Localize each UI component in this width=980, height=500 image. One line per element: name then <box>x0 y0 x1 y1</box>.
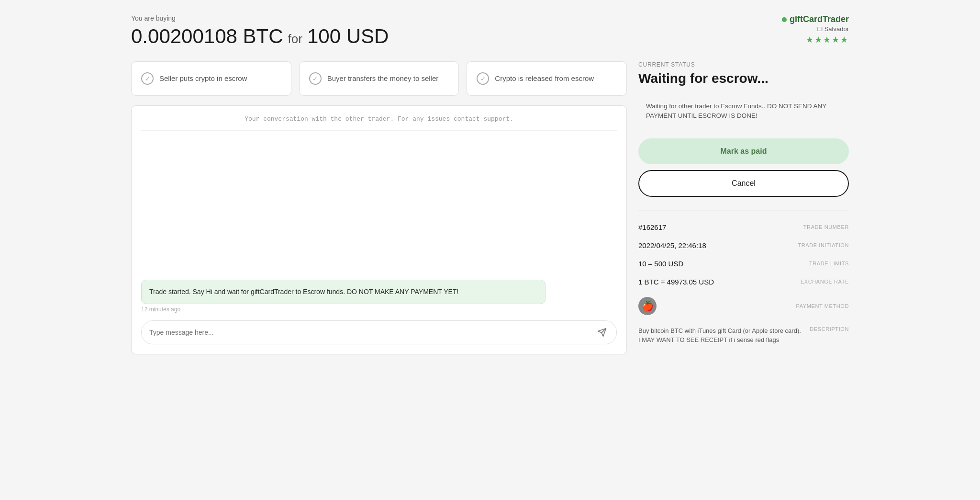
payment-method-label: PAYMENT METHOD <box>796 303 849 309</box>
left-column: ✓ Seller puts crypto in escrow ✓ Buyer t… <box>131 61 627 354</box>
trade-number-row: #162617 TRADE NUMBER <box>638 218 849 237</box>
step-card-3: ✓ Crypto is released from escrow <box>467 61 627 96</box>
for-word: for <box>288 32 302 46</box>
brand-name: giftCardTrader <box>782 14 849 24</box>
chat-container: Your conversation with the other trader.… <box>131 105 627 354</box>
crypto-amount: 0.00200108 BTC <box>131 25 283 48</box>
step-label-3: Crypto is released from escrow <box>495 74 594 83</box>
description-label: DESCRIPTION <box>810 326 849 332</box>
trade-initiation-value: 2022/04/25, 22:46:18 <box>638 241 706 250</box>
trade-limits-label: TRADE LIMITS <box>809 261 849 266</box>
exchange-rate-row: 1 BTC = 49973.05 USD EXCHANGE RATE <box>638 273 849 291</box>
trade-number-value: #162617 <box>638 223 666 231</box>
trade-limits-value: 10 – 500 USD <box>638 260 683 268</box>
trade-amount: 0.00200108 BTC for 100 USD <box>131 25 389 48</box>
send-button[interactable] <box>595 326 609 339</box>
trade-info: #162617 TRADE NUMBER 2022/04/25, 22:46:1… <box>638 210 849 345</box>
chat-header-text: Your conversation with the other trader.… <box>141 115 617 131</box>
waiting-status-title: Waiting for escrow... <box>638 71 849 86</box>
header: You are buying 0.00200108 BTC for 100 US… <box>131 14 849 48</box>
header-right: giftCardTrader El Salvador ★★★★★ <box>782 14 849 45</box>
trade-initiation-label: TRADE INITIATION <box>798 242 849 248</box>
step-label-2: Buyer transfers the money to seller <box>327 74 439 83</box>
step-check-1: ✓ <box>141 72 154 85</box>
exchange-rate-value: 1 BTC = 49973.05 USD <box>638 278 714 286</box>
step-check-2: ✓ <box>309 72 322 85</box>
location: El Salvador <box>782 25 849 33</box>
chat-messages: Trade started. Say Hi and wait for giftC… <box>141 138 617 313</box>
stars: ★★★★★ <box>782 34 849 45</box>
trade-initiation-row: 2022/04/25, 22:46:18 TRADE INITIATION <box>638 237 849 255</box>
page-wrapper: You are buying 0.00200108 BTC for 100 US… <box>131 14 849 354</box>
steps-row: ✓ Seller puts crypto in escrow ✓ Buyer t… <box>131 61 627 96</box>
description-block: Buy bitcoin BTC with iTunes gift Card (o… <box>638 321 849 345</box>
cancel-button[interactable]: Cancel <box>638 170 849 197</box>
payment-method-row: 🍎 PAYMENT METHOD <box>638 291 849 321</box>
step-check-3: ✓ <box>477 72 489 85</box>
you-are-buying-label: You are buying <box>131 14 389 22</box>
apple-symbol: 🍎 <box>642 300 654 312</box>
fiat-amount: 100 USD <box>307 25 389 48</box>
mark-paid-button[interactable]: Mark as paid <box>638 138 849 164</box>
chat-input[interactable] <box>149 329 595 336</box>
step-label-1: Seller puts crypto in escrow <box>159 74 247 83</box>
exchange-rate-label: EXCHANGE RATE <box>801 279 849 284</box>
chat-bubble: Trade started. Say Hi and wait for giftC… <box>141 280 546 304</box>
step-card-1: ✓ Seller puts crypto in escrow <box>131 61 291 96</box>
chat-input-row[interactable] <box>141 320 617 344</box>
escrow-warning: Waiting for other trader to Escrow Funds… <box>638 94 849 129</box>
chat-bubble-wrapper: Trade started. Say Hi and wait for giftC… <box>141 280 617 313</box>
chat-time: 12 minutes ago <box>141 306 617 313</box>
apple-icon: 🍎 <box>638 297 657 315</box>
description-text: Buy bitcoin BTC with iTunes gift Card (o… <box>638 326 804 345</box>
main-layout: ✓ Seller puts crypto in escrow ✓ Buyer t… <box>131 61 849 354</box>
current-status-label: CURRENT STATUS <box>638 61 849 68</box>
trade-limits-row: 10 – 500 USD TRADE LIMITS <box>638 255 849 273</box>
trade-number-label: TRADE NUMBER <box>803 224 849 230</box>
brand-dot <box>782 17 787 22</box>
right-panel: CURRENT STATUS Waiting for escrow... Wai… <box>638 61 849 354</box>
step-card-2: ✓ Buyer transfers the money to seller <box>299 61 459 96</box>
header-left: You are buying 0.00200108 BTC for 100 US… <box>131 14 389 48</box>
